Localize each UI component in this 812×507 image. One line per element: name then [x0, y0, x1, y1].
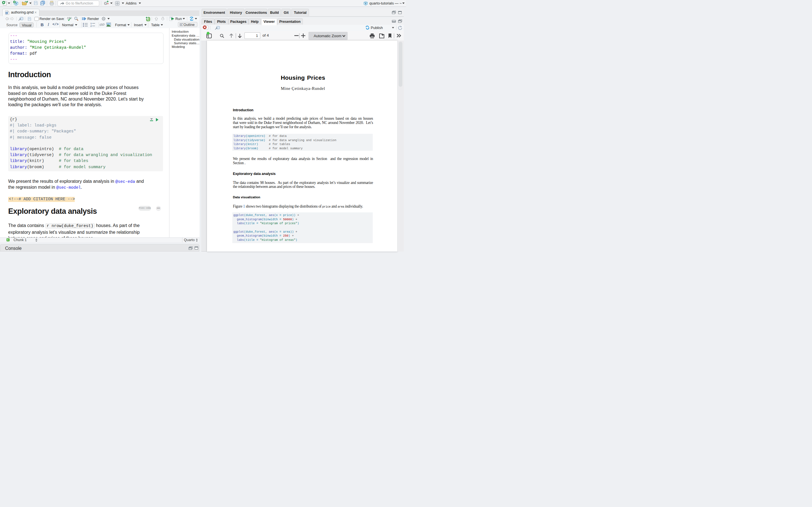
svg-text:G: G: [104, 1, 107, 6]
svg-text:ABC: ABC: [67, 17, 72, 19]
svg-text:R: R: [365, 2, 366, 5]
svg-text:2: 2: [91, 25, 92, 27]
svg-text:1: 1: [91, 22, 92, 24]
svg-text:R: R: [15, 2, 17, 5]
